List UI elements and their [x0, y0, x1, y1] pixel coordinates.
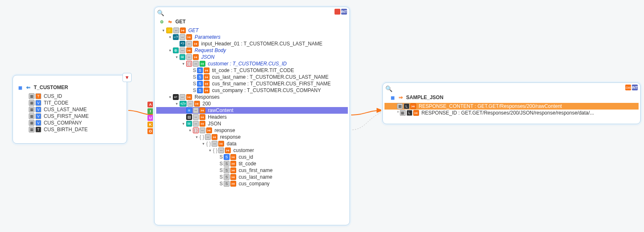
field-tit-code[interactable]: ▦V TIT_CODE	[15, 100, 125, 106]
node-cus-first-name[interactable]: SS↦ cus_first_name : T_CUSTOMER.CUS_FIRS…	[156, 80, 348, 87]
node-request-body[interactable]: ▾⊛↔↦ Request Body	[156, 47, 348, 54]
badge-a: A	[147, 102, 153, 107]
field-cus-first-name[interactable]: ▦V CUS_FIRST_NAME	[15, 113, 125, 120]
node-raw-content[interactable]: ≡↔↦ rawContent	[156, 107, 348, 114]
target-title: SAMPLE_JSON	[406, 95, 443, 100]
source-title: T_CUSTOMER	[34, 85, 68, 90]
center-title: GET	[175, 19, 186, 25]
badge-u: U	[147, 115, 153, 121]
target-response-id[interactable]: *▦L↦ RESPONSE_ID : GET.GET/Responses/200…	[384, 110, 639, 116]
table-icon: ▦	[389, 95, 395, 100]
node-rcus-first[interactable]: SS↦ cus_first_name	[156, 167, 348, 174]
source-panel[interactable]: ▼ ▦ ⇐ T_CUSTOMER ▦T CUS_ID ▦V TIT_CODE ▦…	[12, 75, 127, 144]
badge-k: K	[147, 122, 153, 127]
badge-i: I	[147, 108, 153, 114]
filter-icon[interactable]: ▼	[122, 73, 132, 82]
node-json2[interactable]: ▾✉↔↦ JSON	[156, 120, 348, 127]
table-icon: ▦	[17, 85, 23, 90]
node-json1[interactable]: ▾✉↔↦ JSON	[156, 54, 348, 60]
node-parameters[interactable]: ▾=?↔↦ Parameters	[156, 34, 348, 40]
node-get[interactable]: ▾⚡↔↦ GET	[156, 27, 348, 34]
field-cus-company[interactable]: ▦V CUS_COMPANY	[15, 120, 125, 126]
int-badge: INT	[632, 85, 638, 90]
node-cus-company[interactable]: SS↦ cus_company : T_CUSTOMER.CUS_COMPANY	[156, 87, 348, 94]
gear-icon: ⚙	[159, 19, 165, 25]
node-200[interactable]: ▾</>↔↦ 200	[156, 100, 348, 107]
node-responses[interactable]: ▾↩↔↦ Responses	[156, 94, 348, 100]
badge-o: O	[147, 128, 153, 134]
node-customer[interactable]: ▾{ }↔↦ customer : T_CUSTOMER.CUS_ID	[156, 60, 348, 67]
side-badge-strip: A I U K O	[147, 102, 153, 134]
status-red-icon	[334, 9, 340, 15]
field-cus-id[interactable]: ▦T CUS_ID	[15, 93, 125, 100]
arrow-out-icon: ⇒	[398, 95, 404, 100]
field-cus-birth-date[interactable]: ▦T CUS_BIRTH_DATE	[15, 126, 125, 133]
target-response-content[interactable]: ▦L↦ RESPONSE_CONTENT : GET.GET/Responses…	[384, 103, 639, 110]
swap-icon: ⇆	[167, 19, 173, 25]
node-response1[interactable]: ▾{ }↔↦ response	[156, 127, 348, 134]
arrow-in-icon: ⇐	[25, 85, 31, 90]
target-panel[interactable]: 🔍 LOAD INT ▦ ⇒ SAMPLE_JSON ▦L↦ RESPONSE_…	[382, 82, 641, 124]
node-headers[interactable]: ▤↔↦ Headers	[156, 114, 348, 120]
node-tit-code[interactable]: SS↦ tit_code : T_CUSTOMER.TIT_CODE	[156, 67, 348, 74]
node-rcus-last[interactable]: SS↦ cus_last_name	[156, 174, 348, 180]
mapping-panel[interactable]: 🔍 INT ⚙ ⇆ GET ▾⚡↔↦ GET ▾=?↔↦ Parameters …	[154, 7, 350, 225]
node-rcus-company[interactable]: SS↦ cus_company	[156, 180, 348, 187]
magnify-icon[interactable]: 🔍	[157, 10, 164, 16]
field-cus-last-name[interactable]: ▦V CUS_LAST_NAME	[15, 106, 125, 113]
node-rcustomer[interactable]: ▾{ }↔↦ customer	[156, 147, 348, 154]
node-data[interactable]: ▾{ }↔↦ data	[156, 140, 348, 147]
node-rcus-id[interactable]: SS↦ cus_id	[156, 154, 348, 160]
magnify-icon[interactable]: 🔍	[385, 85, 392, 92]
int-badge: INT	[341, 9, 347, 15]
load-badge: LOAD	[625, 85, 631, 90]
node-rtit-code[interactable]: SS↦ tit_code	[156, 160, 348, 167]
node-cus-last-name[interactable]: SS↦ cus_last_name : T_CUSTOMER.CUS_LAST_…	[156, 74, 348, 80]
node-response2[interactable]: ▾{ }↔↦ response	[156, 134, 348, 140]
node-input-header[interactable]: *?↔↦ input_Header_01 : T_CUSTOMER.CUS_LA…	[156, 40, 348, 47]
